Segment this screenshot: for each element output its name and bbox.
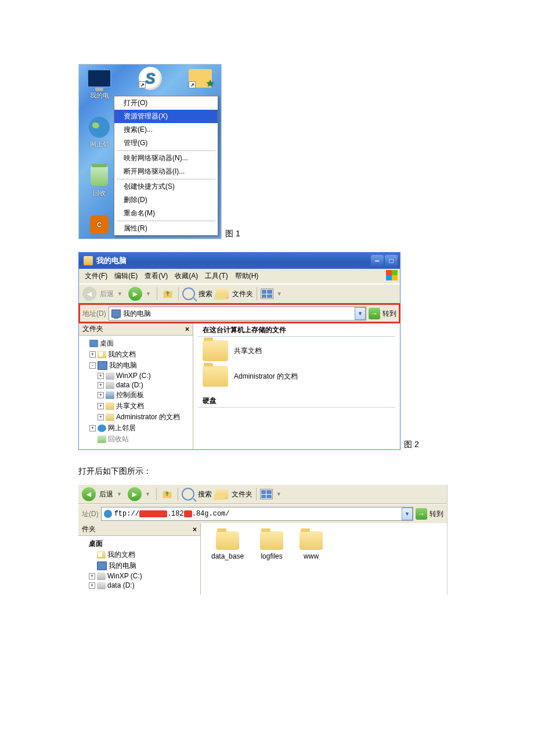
folder-item[interactable]: www [300, 531, 323, 560]
go-button[interactable]: → [416, 508, 427, 520]
tree-desktop[interactable]: 桌面 [100, 339, 114, 348]
network-neighborhood-label: 网上邻 [81, 140, 117, 149]
folder-icon [106, 413, 114, 421]
context-menu: 打开(O) 资源管理器(X) 搜索(E)... 管理(G) 映射网络驱动器(N)… [114, 96, 218, 236]
views-dropdown-icon[interactable]: ▼ [276, 491, 282, 497]
tree-mydocs[interactable]: 我的文档 [107, 550, 135, 560]
tree-admin-docs[interactable]: Administrator 的文档 [116, 412, 180, 422]
figure-3-explorer-strip: ◄ 后退 ▼ ► ▼ 搜索 文件夹 ▼ 址(D) ftp://.182.84g.… [78, 485, 448, 595]
folders-button[interactable]: 文件夹 [232, 489, 252, 499]
folder-icon [300, 531, 323, 550]
go-label: 转到 [383, 309, 396, 319]
go-button[interactable]: → [369, 308, 380, 319]
my-computer-desktop-icon[interactable]: 我的电 [81, 67, 117, 100]
network-neighborhood-icon[interactable]: 网上邻 [81, 116, 117, 149]
back-button[interactable]: ◄ [82, 487, 96, 501]
control-panel-icon [106, 391, 114, 399]
drive-icon [106, 372, 114, 380]
forward-button[interactable]: ► [128, 287, 142, 301]
expand-toggle[interactable]: + [89, 582, 95, 589]
up-folder-button[interactable] [160, 487, 174, 501]
address-input[interactable]: 我的电脑 ▼ [109, 307, 366, 321]
back-dropdown-icon[interactable]: ▼ [117, 491, 122, 497]
address-dropdown-button[interactable]: ▼ [355, 307, 366, 320]
search-icon [182, 488, 194, 501]
tree-network-places[interactable]: 网上邻居 [108, 423, 136, 433]
menu-edit[interactable]: 编辑(E) [111, 270, 141, 282]
recycle-icon [98, 435, 106, 443]
views-dropdown-icon[interactable]: ▼ [277, 291, 282, 297]
folder-item[interactable]: logfiles [260, 531, 283, 560]
expand-toggle[interactable]: + [98, 392, 104, 398]
menu-item-properties[interactable]: 属性(R) [114, 222, 218, 235]
close-tree-button[interactable]: × [193, 525, 197, 534]
menu-file[interactable]: 文件(F) [81, 270, 111, 282]
menu-item-delete[interactable]: 删除(D) [114, 193, 218, 207]
tree-drive-c[interactable]: WinXP (C:) [116, 372, 151, 380]
menu-item-map-drive[interactable]: 映射网络驱动器(N)... [114, 152, 218, 165]
expand-toggle[interactable]: + [98, 403, 104, 409]
expand-toggle[interactable]: + [89, 573, 95, 579]
tree-drive-d[interactable]: data (D:) [116, 381, 143, 389]
menu-tools[interactable]: 工具(T) [201, 270, 231, 282]
menu-item-open[interactable]: 打开(O) [114, 96, 218, 110]
expand-toggle[interactable]: + [98, 414, 104, 420]
menu-item-manage[interactable]: 管理(G) [114, 136, 218, 150]
close-tree-button[interactable]: × [185, 325, 189, 333]
menu-help[interactable]: 帮助(H) [232, 270, 262, 282]
folder-icon [260, 531, 283, 550]
tree-desktop[interactable]: 桌面 [89, 539, 103, 549]
minimize-button[interactable]: ‒ [371, 255, 384, 267]
folder-label: logfiles [260, 552, 283, 560]
tree-recycle-bin[interactable]: 回收站 [108, 434, 129, 444]
views-button[interactable] [260, 489, 273, 499]
address-input[interactable]: ftp://.182.84g.com/ ▼ [101, 507, 413, 521]
documents-icon [97, 551, 106, 559]
search-button[interactable]: 搜索 [198, 489, 212, 499]
pc-icon [98, 361, 107, 370]
tree-drive-c[interactable]: WinXP (C:) [107, 572, 142, 580]
menu-item-create-shortcut[interactable]: 创建快捷方式(S) [114, 180, 218, 193]
address-dropdown-button[interactable]: ▼ [402, 507, 413, 520]
search-button[interactable]: 搜索 [199, 289, 212, 299]
menu-favorites[interactable]: 收藏(A) [171, 270, 201, 282]
tree-mycomputer[interactable]: 我的电脑 [109, 361, 137, 370]
back-dropdown-icon[interactable]: ▼ [117, 291, 122, 297]
forward-dropdown-icon[interactable]: ▼ [146, 291, 151, 297]
tree-mydocs[interactable]: 我的文档 [108, 350, 136, 359]
item-shared-docs[interactable]: 共享文档 [203, 340, 400, 361]
item-admin-docs[interactable]: Administrator 的文档 [203, 366, 400, 387]
back-button[interactable]: ◄ [82, 287, 96, 301]
drive-icon [97, 582, 106, 589]
shortcut-desktop-icon[interactable]: ↗ [182, 67, 218, 91]
menu-item-search[interactable]: 搜索(E)... [114, 123, 218, 136]
menu-view[interactable]: 查看(V) [141, 270, 171, 282]
globe-icon [104, 510, 112, 518]
maximize-button[interactable]: □ [385, 255, 398, 267]
forward-dropdown-icon[interactable]: ▼ [145, 491, 150, 497]
recycle-bin-icon[interactable]: 回收 [81, 164, 117, 197]
forward-button[interactable]: ► [128, 487, 142, 501]
tree-shared-docs[interactable]: 共享文档 [116, 401, 144, 411]
folder-tree-pane: 文件夹 × +桌面 +我的文档 -我的电脑 +WinXP (C:) +data … [79, 323, 193, 449]
expand-toggle[interactable]: + [98, 373, 104, 379]
expand-toggle[interactable]: + [98, 382, 104, 388]
up-folder-button[interactable] [161, 287, 175, 301]
tree-mycomputer[interactable]: 我的电脑 [109, 561, 136, 571]
title-bar: 我的电脑 ‒ □ [79, 253, 400, 269]
menu-item-rename[interactable]: 重命名(M) [114, 207, 218, 220]
folder-item[interactable]: data_base [211, 531, 244, 560]
menu-item-explorer[interactable]: 资源管理器(X) [114, 110, 218, 123]
sogou-desktop-icon[interactable]: S↗ [132, 67, 168, 91]
expand-toggle[interactable]: - [89, 362, 96, 369]
address-value: 我的电脑 [123, 309, 151, 319]
views-button[interactable] [261, 289, 273, 299]
tree-drive-d[interactable]: data (D:) [107, 581, 135, 589]
menu-item-disconnect-drive[interactable]: 断开网络驱动器(I)... [114, 165, 218, 178]
expand-toggle[interactable]: + [89, 351, 96, 358]
expand-toggle[interactable]: + [89, 425, 96, 431]
folders-button[interactable]: 文件夹 [232, 289, 253, 299]
back-label: 后退 [99, 489, 113, 499]
app-desktop-icon[interactable]: C [81, 213, 117, 237]
tree-control-panel[interactable]: 控制面板 [116, 390, 144, 400]
